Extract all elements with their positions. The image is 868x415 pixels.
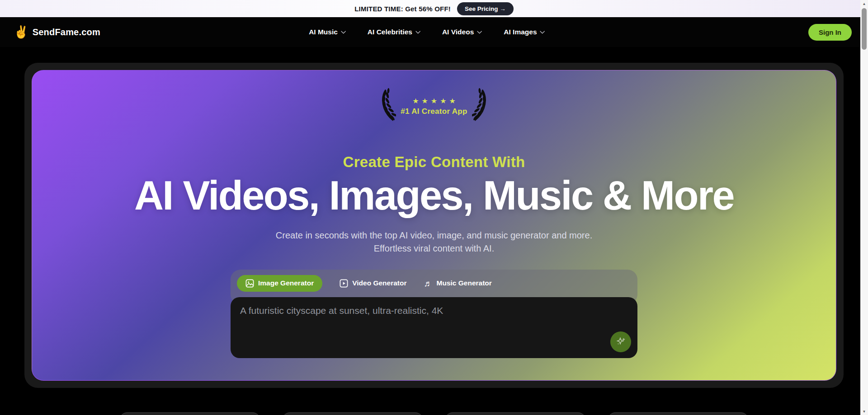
chevron-down-icon	[540, 31, 545, 34]
sign-in-button[interactable]: Sign In	[808, 24, 852, 41]
nav-label: AI Images	[504, 28, 537, 36]
video-icon	[340, 279, 348, 288]
victory-hand-icon: ✌️	[14, 26, 29, 38]
tab-video-generator[interactable]: Video Generator	[340, 279, 406, 288]
nav-label: AI Music	[309, 28, 338, 36]
feature-card[interactable]	[608, 412, 749, 415]
badge-label: #1 AI Creator App	[401, 107, 467, 116]
logo-text: SendFame.com	[33, 27, 100, 37]
badge-center: ★★★★★ #1 AI Creator App	[401, 95, 467, 116]
hero-gradient-card: ★★★★★ #1 AI Creator App	[32, 70, 836, 381]
promo-banner: LIMITED TIME: Get 56% OFF! See Pricing →	[0, 0, 868, 17]
logo[interactable]: ✌️ SendFame.com	[14, 26, 100, 38]
generator-panel: Image Generator Video Generator ♬ Music …	[231, 270, 637, 358]
five-stars: ★★★★★	[410, 97, 458, 105]
chevron-down-icon	[477, 31, 482, 34]
prompt-box	[231, 297, 637, 358]
nav-label: AI Celebrities	[368, 28, 412, 36]
laurel-left-icon	[378, 88, 396, 123]
hero-eyebrow: Create Epic Content With	[343, 154, 525, 171]
see-pricing-button[interactable]: See Pricing →	[457, 2, 514, 15]
hero-subtitle-line1: Create in seconds with the top AI video,…	[276, 229, 592, 242]
tab-music-generator[interactable]: ♬ Music Generator	[424, 279, 492, 288]
image-icon	[245, 279, 254, 288]
nav-item-ai-images[interactable]: AI Images	[504, 28, 545, 36]
hero-container: ★★★★★ #1 AI Creator App	[24, 63, 844, 388]
hero-subtitle: Create in seconds with the top AI video,…	[276, 229, 592, 255]
feature-cards-row	[0, 412, 868, 415]
tab-label: Music Generator	[437, 279, 492, 287]
tab-label: Video Generator	[352, 279, 406, 287]
laurel-right-icon	[472, 88, 490, 123]
nav-item-ai-videos[interactable]: AI Videos	[442, 28, 482, 36]
tab-label: Image Generator	[258, 279, 314, 287]
tab-image-generator[interactable]: Image Generator	[237, 275, 322, 292]
nav-item-ai-music[interactable]: AI Music	[309, 28, 346, 36]
scrollbar[interactable]: ▲ ▼	[860, 0, 868, 415]
feature-card[interactable]	[119, 412, 260, 415]
nav-item-ai-celebrities[interactable]: AI Celebrities	[368, 28, 420, 36]
site-header: ✌️ SendFame.com AI Music AI Celebrities …	[0, 17, 868, 47]
scrollbar-down-arrow-icon[interactable]: ▼	[860, 408, 868, 415]
nav-label: AI Videos	[442, 28, 474, 36]
promo-text: LIMITED TIME: Get 56% OFF!	[354, 5, 451, 13]
prompt-input[interactable]	[231, 297, 637, 358]
scrollbar-thumb[interactable]	[862, 8, 867, 50]
chevron-down-icon	[341, 31, 346, 34]
hero-title: AI Videos, Images, Music & More	[134, 174, 734, 217]
feature-card[interactable]	[445, 412, 586, 415]
award-badge: ★★★★★ #1 AI Creator App	[378, 88, 490, 123]
main-nav: AI Music AI Celebrities AI Videos AI Ima…	[309, 17, 545, 47]
hero-subtitle-line2: Effortless viral content with AI.	[276, 242, 592, 255]
music-note-icon: ♬	[424, 279, 433, 288]
chevron-down-icon	[415, 31, 420, 34]
generate-button[interactable]	[610, 331, 631, 352]
scrollbar-up-arrow-icon[interactable]: ▲	[860, 0, 868, 7]
sparkle-icon	[615, 336, 626, 347]
feature-card[interactable]	[282, 412, 423, 415]
